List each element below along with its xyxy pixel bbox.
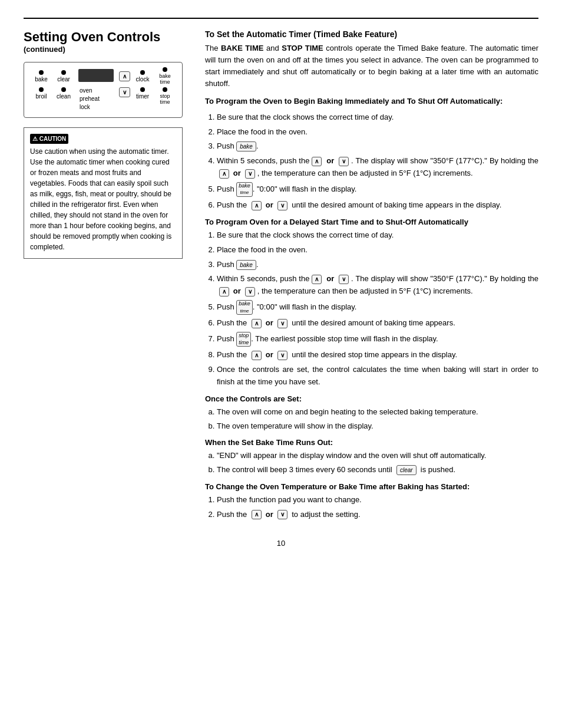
lock-label: lock (80, 104, 90, 110)
step-2-4: Within 5 seconds, push the ∧ or ∨ . The … (217, 273, 538, 298)
panel-clean: clean (52, 87, 75, 100)
main-heading: To Set the Automatic Timer (Timed Bake F… (205, 29, 538, 39)
once-set-b: The oven temperature will show in the di… (217, 420, 538, 433)
up-arrow-inline-6: ∧ (252, 319, 262, 328)
step-2-7: Push stoptime. The earliest possible sto… (217, 332, 538, 347)
stop-time-label: stoptime (160, 93, 170, 105)
step-2-1: Be sure that the clock shows the correct… (217, 229, 538, 242)
bake-time-btn-inline-2: baketime (236, 300, 253, 315)
up-arrow-inline-5: ∧ (219, 287, 229, 297)
page-title: Setting Oven Controls (24, 29, 189, 45)
to-change-steps: Push the function pad you want to change… (217, 494, 538, 521)
preheat-item: preheat (78, 95, 100, 102)
to-change-1: Push the function pad you want to change… (217, 494, 538, 506)
step-2-5: Push baketime. "0:00" will flash in the … (217, 300, 538, 315)
panel-clock: clock (131, 70, 154, 83)
section1-steps: Be sure that the clock shows the correct… (217, 111, 538, 212)
left-column: Setting Oven Controls (continued) bake c… (24, 29, 189, 527)
panel-sub-items: oven preheat lock (75, 87, 117, 110)
bake-button-inline: bake (236, 141, 256, 151)
lock-item: lock (78, 104, 90, 110)
section1-title: To Program the Oven to Begin Baking Imme… (205, 96, 538, 107)
once-set-list: The oven will come on and begin heating … (217, 406, 538, 433)
up-arrow-btn: ∧ (119, 71, 130, 81)
to-change-title: To Change the Oven Temperature or Bake T… (205, 482, 538, 491)
up-arrow-inline-8: ∧ (252, 510, 262, 519)
main-layout: Setting Oven Controls (continued) bake c… (24, 29, 538, 527)
clock-label: clock (136, 76, 150, 83)
panel-down-arrow: ∨ (117, 87, 131, 97)
bake-label: bake (35, 76, 48, 83)
panel-stop-time: stoptime (154, 87, 176, 105)
continued-label: (continued) (24, 45, 189, 54)
panel-clear-top: clear (52, 70, 75, 83)
runs-out-b: The control will beep 3 times every 60 s… (217, 464, 538, 476)
control-panel-illustration: bake clear ∧ clock baketim (24, 62, 183, 118)
timer-dot (140, 87, 145, 92)
down-arrow-inline-7: ∨ (277, 351, 287, 360)
runs-out-title: When the Set Bake Time Runs Out: (205, 438, 538, 447)
caution-text: Use caution when using the automatic tim… (30, 147, 171, 251)
step-1-3: Push bake. (217, 140, 538, 153)
panel-row-1: bake clear ∧ clock baketim (30, 67, 176, 85)
bake-button-inline-2: bake (236, 260, 256, 270)
panel-broil: broil (30, 87, 52, 100)
top-border (24, 18, 538, 19)
step-1-5: Push baketime. "0:00" will flash in the … (217, 182, 538, 197)
panel-up-arrow: ∧ (117, 71, 131, 81)
clear-label: clear (57, 76, 70, 83)
step-1-1: Be sure that the clock shows the correct… (217, 111, 538, 124)
runs-out-list: "END" will appear in the display window … (217, 450, 538, 476)
panel-row-2: broil clean oven preheat (30, 87, 176, 110)
bake-time-btn-inline-1: baketime (236, 182, 253, 197)
down-arrow-inline-8: ∨ (277, 510, 287, 519)
stop-time-btn-inline: stoptime (236, 332, 251, 347)
panel-timer: timer (131, 87, 154, 100)
clear-dot (61, 70, 66, 75)
caution-header: ⚠ CAUTION (30, 134, 176, 144)
panel-display (78, 69, 114, 82)
bake-time-dot (163, 67, 167, 72)
down-arrow-inline-6: ∨ (277, 319, 287, 328)
timer-label: timer (136, 93, 149, 100)
caution-icon: ⚠ CAUTION (30, 134, 68, 144)
clean-label: clean (57, 93, 71, 100)
page-number: 10 (24, 539, 538, 548)
clear-btn-inline: clear (396, 465, 416, 475)
down-arrow-btn: ∨ (119, 87, 130, 97)
down-arrow-inline-2: ∨ (245, 169, 255, 179)
down-arrow-inline-1: ∨ (339, 157, 349, 166)
section2-steps: Be sure that the clock shows the correct… (217, 229, 538, 388)
right-column: To Set the Automatic Timer (Timed Bake F… (205, 29, 538, 527)
up-arrow-inline-3: ∧ (252, 201, 262, 210)
to-change-2: Push the ∧ or ∨ to adjust the setting. (217, 509, 538, 521)
clock-dot (140, 70, 145, 75)
once-set-title: Once the Controls are Set: (205, 394, 538, 403)
step-1-2: Place the food in the oven. (217, 126, 538, 139)
step-2-2: Place the food in the oven. (217, 244, 538, 256)
up-arrow-inline-1: ∧ (312, 157, 322, 166)
up-arrow-inline-7: ∧ (252, 351, 262, 360)
caution-box: ⚠ CAUTION Use caution when using the aut… (24, 127, 183, 259)
up-arrow-inline-2: ∧ (219, 169, 229, 179)
step-2-3: Push bake. (217, 259, 538, 271)
panel-bake-time: baketime (154, 67, 176, 85)
section2-title: To Program Oven for a Delayed Start Time… (205, 218, 538, 226)
oven-item: oven (78, 87, 92, 94)
panel-bake-top: bake (30, 70, 52, 83)
down-arrow-inline-5: ∨ (245, 287, 255, 297)
down-arrow-inline-4: ∨ (339, 275, 349, 284)
stop-time-dot (163, 87, 167, 92)
bake-dot (39, 70, 44, 75)
panel-display-area (75, 69, 117, 83)
step-2-9: Once the controls are set, the control c… (217, 364, 538, 388)
runs-out-a: "END" will appear in the display window … (217, 450, 538, 462)
step-2-6: Push the ∧ or ∨ until the desired amount… (217, 317, 538, 330)
preheat-label: preheat (80, 95, 100, 102)
clean-dot (61, 87, 66, 92)
broil-label: broil (36, 93, 47, 100)
down-arrow-inline-3: ∨ (277, 201, 287, 210)
step-1-6: Push the ∧ or ∨ until the desired amount… (217, 199, 538, 212)
once-set-a: The oven will come on and begin heating … (217, 406, 538, 419)
up-arrow-inline-4: ∧ (312, 275, 322, 284)
